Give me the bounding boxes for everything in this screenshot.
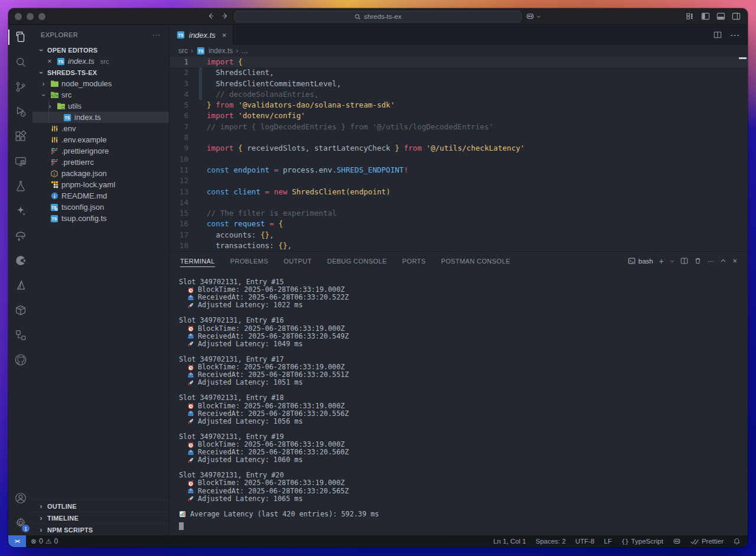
minimize-window-button[interactable] bbox=[27, 13, 34, 20]
terminal-dropdown-icon[interactable] bbox=[670, 259, 674, 264]
tree-item--prettierrc[interactable]: .prettierrc bbox=[32, 157, 169, 168]
toggle-secondary-sidebar-icon[interactable] bbox=[732, 12, 741, 21]
navigate-back-icon[interactable] bbox=[207, 12, 215, 20]
panel-tab-output[interactable]: OUTPUT bbox=[284, 252, 312, 270]
problems-status[interactable]: ⊗ 0 ⚠ 0 bbox=[26, 537, 63, 545]
remote-indicator[interactable]: >< bbox=[8, 535, 26, 547]
split-editor-icon[interactable] bbox=[713, 31, 722, 39]
code-line-1[interactable]: 1import { bbox=[170, 57, 748, 67]
tree-item-tsconfig-json[interactable]: TStsconfig.json bbox=[32, 201, 169, 213]
code-line-15[interactable]: 15// The filter is experimental bbox=[170, 208, 748, 219]
tab-index-ts[interactable]: TS index.ts × bbox=[170, 25, 233, 45]
tree-item--env-example[interactable]: .env.example bbox=[32, 134, 169, 145]
customize-layout-icon[interactable] bbox=[686, 12, 695, 21]
terminal-shell-chip[interactable]: bash bbox=[628, 257, 653, 265]
activity-extensions[interactable] bbox=[8, 124, 32, 149]
code-line-11[interactable]: 11const endpoint = process.env.SHREDS_EN… bbox=[170, 165, 748, 175]
tree-item-package-json[interactable]: package.json bbox=[32, 168, 169, 179]
close-window-button[interactable] bbox=[15, 13, 22, 20]
tree-item-pnpm-lock-yaml[interactable]: pnpm-lock.yaml bbox=[32, 179, 169, 190]
activity-explorer[interactable] bbox=[8, 25, 32, 50]
open-editor-item[interactable]: × TS index.ts src bbox=[32, 56, 169, 67]
project-root-header[interactable]: › SHREDS-TS-EX bbox=[32, 67, 169, 78]
breadcrumb-item[interactable]: index.ts bbox=[208, 47, 233, 55]
panel-tab-postman-console[interactable]: POSTMAN CONSOLE bbox=[441, 252, 510, 270]
panel-more-actions-icon[interactable]: ⋯ bbox=[708, 257, 715, 265]
status-cursor-position[interactable]: Ln 1, Col 1 bbox=[493, 538, 526, 545]
activity-testing[interactable] bbox=[8, 174, 32, 199]
kill-terminal-icon[interactable] bbox=[694, 257, 702, 265]
explorer-actions-icon[interactable]: ··· bbox=[152, 31, 161, 38]
code-line-13[interactable]: 13const client = new ShredsClient(endpoi… bbox=[170, 187, 748, 197]
navigate-forward-icon[interactable] bbox=[221, 12, 229, 20]
maximize-panel-icon[interactable] bbox=[720, 258, 726, 264]
tree-item-utils[interactable]: ›utils bbox=[32, 100, 169, 112]
code-editor[interactable]: 1import {2 ShredsClient,3 ShredsClientCo… bbox=[170, 57, 748, 251]
open-editors-header[interactable]: › OPEN EDITORS bbox=[32, 44, 169, 56]
section-npm-scripts[interactable]: ›NPM SCRIPTS bbox=[32, 524, 169, 535]
section-outline[interactable]: ›OUTLINE bbox=[32, 500, 169, 512]
activity-remote-explorer[interactable] bbox=[8, 149, 32, 174]
tree-item--env[interactable]: .env bbox=[32, 123, 169, 134]
breadcrumb[interactable]: src›TSindex.ts›… bbox=[170, 45, 748, 57]
editor-more-actions-icon[interactable]: ⋯ bbox=[730, 30, 739, 41]
breadcrumb-item[interactable]: src bbox=[178, 47, 188, 55]
new-terminal-icon[interactable]: + bbox=[659, 256, 664, 266]
panel-tab-ports[interactable]: PORTS bbox=[402, 252, 426, 270]
activity-source-control[interactable] bbox=[8, 74, 32, 99]
code-line-6[interactable]: 6import 'dotenv/config' bbox=[170, 110, 748, 121]
activity-extension-prism[interactable] bbox=[8, 273, 32, 298]
code-line-18[interactable]: 18 transactions: {}, bbox=[170, 240, 748, 251]
code-line-14[interactable]: 14 bbox=[170, 197, 748, 208]
tree-item-src[interactable]: ›</>src bbox=[32, 89, 169, 100]
tree-item-node-modules[interactable]: ›node_modules bbox=[32, 78, 169, 89]
activity-extension-workflow[interactable] bbox=[8, 323, 32, 347]
activity-github[interactable] bbox=[8, 347, 32, 372]
status-encoding[interactable]: UTF-8 bbox=[575, 538, 595, 545]
code-line-9[interactable]: 9import { receivedSlots, startLatencyChe… bbox=[170, 143, 748, 154]
code-line-16[interactable]: 16const request = { bbox=[170, 219, 748, 229]
close-editor-icon[interactable]: × bbox=[45, 57, 54, 66]
code-line-10[interactable]: 10 bbox=[170, 154, 748, 165]
editor-scrollbar[interactable] bbox=[739, 57, 747, 59]
activity-search[interactable] bbox=[8, 50, 32, 74]
activity-settings[interactable]: 1 bbox=[8, 511, 32, 535]
command-center-search[interactable]: shreds-ts-ex bbox=[234, 11, 522, 22]
activity-extension-package[interactable] bbox=[8, 298, 32, 323]
close-tab-icon[interactable]: × bbox=[222, 31, 227, 40]
breadcrumb-item[interactable]: … bbox=[241, 47, 248, 55]
code-line-8[interactable]: 8 bbox=[170, 132, 748, 143]
tree-item-readme-md[interactable]: iREADME.md bbox=[32, 190, 169, 201]
terminal-output[interactable]: Slot 349702131, Entry #15BlockTime: 2025… bbox=[170, 270, 748, 535]
zoom-window-button[interactable] bbox=[38, 13, 45, 20]
activity-extension-mailbox[interactable] bbox=[8, 223, 32, 248]
section-timeline[interactable]: ›TIMELINE bbox=[32, 512, 169, 524]
code-line-4[interactable]: 4 // decodeSolanaEntries, bbox=[170, 89, 748, 100]
close-panel-icon[interactable]: × bbox=[732, 256, 737, 265]
tree-item--prettierignore[interactable]: .prettierignore bbox=[32, 145, 169, 157]
status-copilot-status[interactable] bbox=[673, 537, 681, 545]
copilot-menu[interactable] bbox=[526, 12, 541, 21]
code-line-17[interactable]: 17 accounts: {}, bbox=[170, 230, 748, 240]
status-formatter[interactable]: Prettier bbox=[690, 538, 724, 545]
activity-accounts[interactable] bbox=[8, 486, 32, 511]
tree-item-tsup-config-ts[interactable]: TStsup.config.ts bbox=[32, 213, 169, 224]
status-notifications[interactable] bbox=[733, 538, 741, 545]
code-line-5[interactable]: 5} from '@validators-dao/solana-stream-s… bbox=[170, 100, 748, 110]
panel-tab-debug-console[interactable]: DEBUG CONSOLE bbox=[327, 252, 387, 270]
code-line-7[interactable]: 7// import { logDecodedEntries } from '@… bbox=[170, 122, 748, 132]
status-language-mode[interactable]: {}TypeScript bbox=[621, 538, 663, 545]
status-eol[interactable]: LF bbox=[604, 538, 612, 545]
code-line-12[interactable]: 12 bbox=[170, 175, 748, 186]
activity-run-and-debug[interactable] bbox=[8, 99, 32, 124]
code-line-3[interactable]: 3 ShredsClientCommitmentLevel, bbox=[170, 79, 748, 89]
toggle-panel-icon[interactable] bbox=[716, 12, 725, 21]
split-terminal-icon[interactable] bbox=[680, 257, 688, 265]
panel-tab-problems[interactable]: PROBLEMS bbox=[230, 252, 268, 270]
tree-item-index-ts[interactable]: TSindex.ts bbox=[32, 112, 169, 123]
activity-copilot-chat[interactable] bbox=[8, 199, 32, 223]
activity-extension-pie[interactable] bbox=[8, 248, 32, 273]
code-line-2[interactable]: 2 ShredsClient, bbox=[170, 67, 748, 78]
panel-tab-terminal[interactable]: TERMINAL bbox=[180, 252, 215, 270]
toggle-primary-sidebar-icon[interactable] bbox=[701, 12, 710, 21]
